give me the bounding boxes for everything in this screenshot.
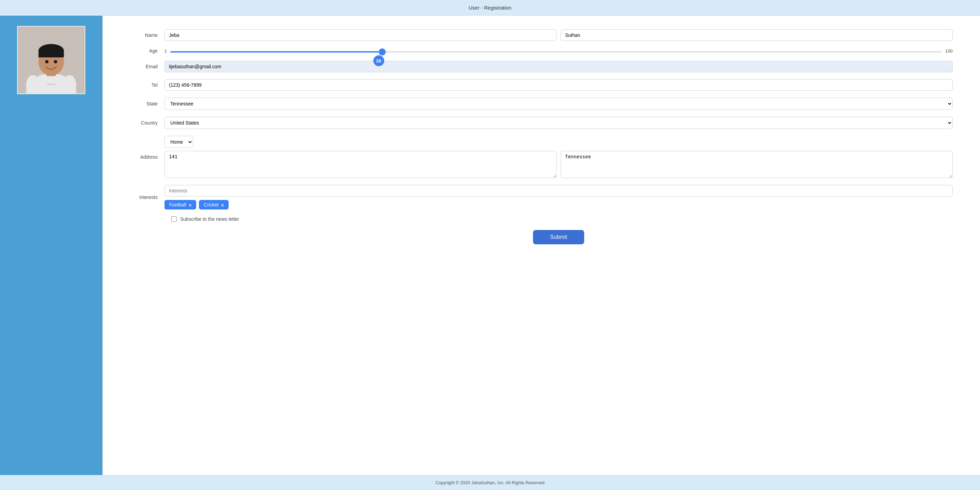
page-header: User - Registration xyxy=(0,0,980,16)
name-row: Name xyxy=(130,29,953,41)
newsletter-row: Subscribe to the news letter xyxy=(130,216,953,222)
svg-point-6 xyxy=(45,60,48,64)
tel-label: Tel xyxy=(130,82,164,88)
newsletter-checkbox[interactable] xyxy=(171,216,177,222)
footer-text: Copyright © 2020 JebaSuthan, Inc. All Ri… xyxy=(435,480,545,485)
interests-input[interactable] xyxy=(164,185,953,197)
tags-container: Football x Cricket x xyxy=(164,200,953,210)
state-label: State xyxy=(130,101,164,107)
address-top: Home Work Other xyxy=(164,136,953,148)
submit-row: Submit xyxy=(130,230,953,244)
address-label: Address xyxy=(130,154,164,160)
address-type-select[interactable]: Home Work Other xyxy=(164,136,193,148)
state-row: State Tennessee California Texas New Yor… xyxy=(130,98,953,110)
slider-wrapper: 28 xyxy=(170,48,942,54)
sidebar xyxy=(0,16,102,475)
address-line2-textarea[interactable]: Tennessee xyxy=(561,151,953,178)
tag-cricket-label: Cricket xyxy=(204,202,219,207)
first-name-input[interactable] xyxy=(164,29,557,41)
avatar-image xyxy=(18,27,84,94)
svg-rect-8 xyxy=(35,78,68,94)
address-line1-textarea[interactable]: 141 xyxy=(164,151,557,178)
submit-button[interactable]: Submit xyxy=(533,230,584,244)
form-area: Name Age 1 28 100 Email Te xyxy=(103,16,980,475)
address-textareas: 141 Tennessee xyxy=(164,151,953,178)
country-label: Country xyxy=(130,120,164,126)
age-slider-container: 1 28 100 xyxy=(164,48,953,54)
tel-input[interactable] xyxy=(164,79,953,91)
page-title: User - Registration xyxy=(468,5,511,11)
page-footer: Copyright © 2020 JebaSuthan, Inc. All Ri… xyxy=(0,475,980,490)
newsletter-label[interactable]: Subscribe to the news letter xyxy=(180,216,239,222)
age-label: Age xyxy=(130,48,164,54)
tag-football-remove[interactable]: x xyxy=(189,202,191,207)
tag-cricket-remove[interactable]: x xyxy=(221,202,224,207)
svg-rect-5 xyxy=(38,51,64,58)
tel-row: Tel xyxy=(130,79,953,91)
state-select[interactable]: Tennessee California Texas New York Flor… xyxy=(164,98,953,110)
address-row: Address Home Work Other 141 Tennessee xyxy=(130,136,953,178)
tag-football-label: Football xyxy=(169,202,186,207)
interests-label: Interests xyxy=(130,194,164,200)
age-min: 1 xyxy=(164,48,167,54)
main-content: Name Age 1 28 100 Email Te xyxy=(0,16,980,475)
name-label: Name xyxy=(130,32,164,38)
interests-row: Interests Football x Cricket x xyxy=(130,185,953,210)
name-inputs xyxy=(164,29,953,41)
email-input[interactable] xyxy=(164,61,953,72)
country-select[interactable]: United States United Kingdom Canada Aust… xyxy=(164,117,953,129)
email-label: Email xyxy=(130,64,164,69)
age-row: Age 1 28 100 xyxy=(130,48,953,54)
address-section: Home Work Other 141 Tennessee xyxy=(164,136,953,178)
age-slider[interactable] xyxy=(170,51,942,52)
interests-section: Football x Cricket x xyxy=(164,185,953,210)
avatar-container xyxy=(17,26,85,94)
country-row: Country United States United Kingdom Can… xyxy=(130,117,953,129)
tag-cricket: Cricket x xyxy=(199,200,229,210)
svg-point-7 xyxy=(54,60,57,64)
email-row: Email xyxy=(130,61,953,72)
last-name-input[interactable] xyxy=(561,29,953,41)
age-bubble: 28 xyxy=(373,55,384,66)
tag-football: Football x xyxy=(164,200,196,210)
age-max: 100 xyxy=(945,48,953,54)
